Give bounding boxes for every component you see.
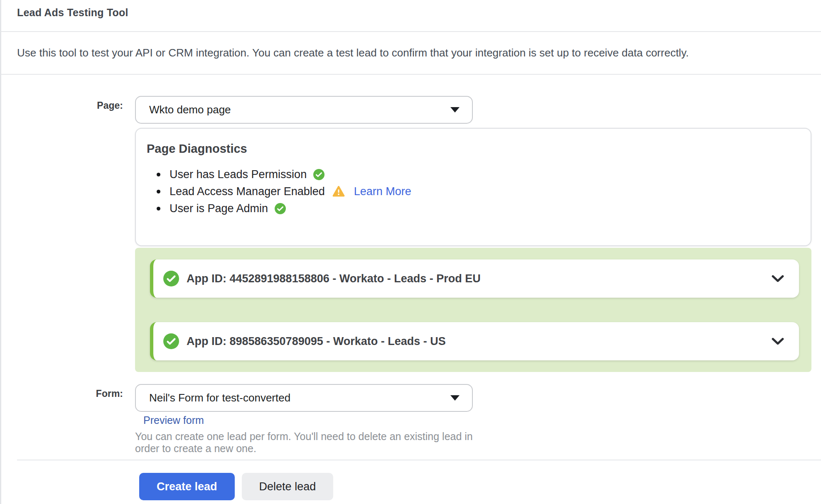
form-help-text: You can create one lead per form. You'll… <box>135 431 473 455</box>
check-circle-icon <box>163 271 179 286</box>
diagnostic-item-label: User is Page Admin <box>170 202 268 215</box>
actions-row: Create lead Delete lead <box>139 473 821 500</box>
page-diagnostics-title: Page Diagnostics <box>147 142 798 156</box>
bullet-icon <box>157 173 160 176</box>
create-lead-button[interactable]: Create lead <box>139 473 235 500</box>
page-field-label: Page: <box>1 96 123 111</box>
diagnostic-item-label: User has Leads Permission <box>170 168 307 181</box>
app-accordion-prod-eu[interactable]: App ID: 4452891988158806 - Workato - Lea… <box>150 259 799 298</box>
diagnostic-item-leads-permission: User has Leads Permission <box>157 168 798 181</box>
form-field-row: Form: Neil's Form for test-converted Pre… <box>1 384 821 455</box>
check-circle-icon <box>163 333 179 349</box>
preview-form-link[interactable]: Preview form <box>143 414 204 426</box>
form-field-label: Form: <box>1 384 123 399</box>
panel-header: Lead Ads Testing Tool <box>1 0 821 32</box>
chevron-down-icon <box>772 275 784 282</box>
diagnostic-item-label: Lead Access Manager Enabled <box>170 185 325 198</box>
caret-down-icon <box>450 107 460 113</box>
bullet-icon <box>157 190 160 193</box>
description-text: Use this tool to test your API or CRM in… <box>17 46 689 59</box>
actions-divider <box>17 460 821 460</box>
app-accordion-us[interactable]: App ID: 898586350789095 - Workato - Lead… <box>150 322 799 360</box>
check-circle-icon <box>313 169 324 180</box>
page-field-row: Page: Wkto demo page <box>1 96 821 124</box>
learn-more-link[interactable]: Learn More <box>354 185 411 198</box>
bullet-icon <box>157 207 160 210</box>
chevron-down-icon <box>772 338 784 345</box>
warning-icon <box>332 186 345 197</box>
page-select[interactable]: Wkto demo page <box>135 96 473 124</box>
delete-lead-button[interactable]: Delete lead <box>242 473 334 500</box>
page-title: Lead Ads Testing Tool <box>17 7 128 19</box>
diagnostics-list: User has Leads Permission Lead Access Ma… <box>147 168 798 215</box>
diagnostic-item-lead-access-manager: Lead Access Manager Enabled Learn More <box>157 185 798 198</box>
diagnostic-item-page-admin: User is Page Admin <box>157 202 798 215</box>
page-select-value: Wkto demo page <box>149 103 231 116</box>
check-circle-icon <box>275 203 286 214</box>
caret-down-icon <box>450 395 460 401</box>
apps-status-panel: App ID: 4452891988158806 - Workato - Lea… <box>135 248 811 372</box>
lead-ads-testing-tool-panel: Lead Ads Testing Tool Use this tool to t… <box>0 0 821 504</box>
app-accordion-label: App ID: 898586350789095 - Workato - Lead… <box>187 335 446 348</box>
page-diagnostics-card: Page Diagnostics User has Leads Permissi… <box>135 128 811 246</box>
form-select[interactable]: Neil's Form for test-converted <box>135 384 473 412</box>
description-bar: Use this tool to test your API or CRM in… <box>1 32 821 75</box>
app-accordion-label: App ID: 4452891988158806 - Workato - Lea… <box>187 272 481 285</box>
form-select-value: Neil's Form for test-converted <box>149 391 290 404</box>
